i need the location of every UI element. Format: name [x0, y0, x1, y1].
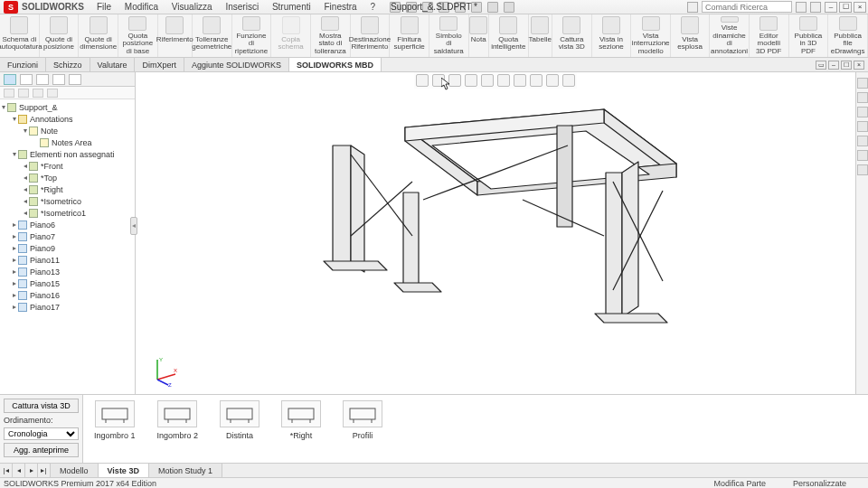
menu-file[interactable]: File	[97, 2, 111, 12]
view-palette-icon[interactable]	[857, 136, 868, 146]
options-icon[interactable]	[504, 2, 514, 13]
tree-unassigned[interactable]: ▾Elementi non assegnati	[0, 148, 135, 160]
mdi-minimize-icon[interactable]: –	[828, 61, 839, 70]
tree-orient-0[interactable]: ◂*Front	[0, 160, 135, 172]
ribbon-cmd-9[interactable]: Destinazione Riferimento	[351, 14, 391, 57]
ribbon-cmd-4[interactable]: Riferimento	[158, 14, 193, 57]
tab-nav-first[interactable]: |◂	[0, 464, 13, 477]
tree-note[interactable]: ▾Note	[0, 125, 135, 136]
ribbon-cmd-19[interactable]: Viste dinamiche di annotazioni	[710, 14, 750, 57]
prev-view-icon[interactable]	[448, 74, 461, 87]
tree-plane-7[interactable]: ▸Piano17	[0, 301, 135, 313]
view-thumb-1[interactable]: Ingombro 2	[157, 400, 199, 440]
search-input[interactable]	[702, 1, 792, 13]
maximize-button[interactable]: ☐	[839, 2, 852, 13]
search-go-icon[interactable]	[796, 2, 807, 13]
help-icon[interactable]	[810, 2, 821, 13]
appearances-icon[interactable]	[857, 150, 868, 161]
fm-arrow-icon[interactable]	[33, 89, 43, 98]
ribbon-cmd-8[interactable]: Mostra stato di tolleranza	[311, 14, 351, 57]
ribbon-cmd-5[interactable]: Tolleranze geometriche	[193, 14, 232, 57]
tree-plane-6[interactable]: ▸Piano16	[0, 289, 135, 301]
ribbon-cmd-0[interactable]: Schema di autoquotatura	[0, 14, 40, 57]
section-view-icon[interactable]	[465, 74, 477, 87]
tree-plane-5[interactable]: ▸Piano15	[0, 277, 135, 289]
tab-nav-last[interactable]: ▸|	[38, 464, 51, 477]
tree-plane-3[interactable]: ▸Piano11	[0, 254, 135, 266]
mdi-restore-icon[interactable]: ☐	[841, 61, 852, 70]
update-previews-button[interactable]: Agg. anteprime	[4, 443, 79, 457]
ribbon-cmd-3[interactable]: Quota posizione di base	[118, 14, 158, 57]
menu-tools[interactable]: Strumenti	[272, 2, 311, 12]
graphics-viewport[interactable]: Y X Z	[136, 72, 855, 394]
ribbon-cmd-2[interactable]: Quote di dimensione	[79, 14, 118, 57]
ribbon-cmd-1[interactable]: Quote di posizione	[40, 14, 80, 57]
tree-plane-1[interactable]: ▸Piano7	[0, 230, 135, 242]
ribbon-cmd-22[interactable]: Pubblica file eDrawings	[828, 14, 868, 57]
scene-icon[interactable]	[546, 74, 559, 87]
ribbon-tab-dimxpert[interactable]: DimXpert	[135, 58, 184, 71]
zoom-fit-icon[interactable]	[416, 74, 429, 87]
fm-tab-dimxpert-icon[interactable]	[52, 74, 65, 85]
orientation-triad[interactable]: Y X Z	[152, 356, 181, 385]
ribbon-cmd-16[interactable]: Vista in sezione	[592, 14, 632, 57]
tree-orient-2[interactable]: ◂*Right	[0, 183, 135, 195]
library-icon[interactable]	[857, 107, 868, 117]
mdi-close-icon[interactable]: ×	[854, 61, 864, 70]
ribbon-cmd-21[interactable]: Pubblica in 3D PDF	[789, 14, 829, 57]
tree-plane-0[interactable]: ▸Piano6	[0, 219, 135, 230]
ribbon-cmd-10[interactable]: Finitura superficie	[390, 14, 429, 57]
capture-3d-view-button[interactable]: Cattura vista 3D	[4, 399, 79, 413]
ribbon-cmd-17[interactable]: Vista interruzione modello	[631, 14, 671, 57]
close-button[interactable]: ×	[854, 2, 866, 13]
ribbon-cmd-15[interactable]: Cattura vista 3D	[552, 14, 592, 57]
view-thumb-4[interactable]: Profili	[343, 400, 382, 440]
collapse-ribbon-icon[interactable]: ▭	[816, 61, 826, 70]
menu-insert[interactable]: Inserisci	[225, 2, 259, 12]
view-settings-icon[interactable]	[562, 74, 575, 87]
ribbon-tab-funzioni[interactable]: Funzioni	[0, 58, 46, 71]
ribbon-tab-valutare[interactable]: Valutare	[90, 58, 136, 71]
display-style-icon[interactable]	[497, 74, 510, 87]
minimize-button[interactable]: –	[825, 2, 837, 13]
tab-nav-next[interactable]: ▸	[25, 464, 38, 477]
appearance-icon[interactable]	[530, 74, 542, 87]
ribbon-cmd-12[interactable]: Nota	[469, 14, 489, 57]
view-thumb-3[interactable]: *Right	[281, 400, 321, 440]
menu-help[interactable]: ?	[370, 2, 375, 12]
ribbon-cmd-6[interactable]: Funzione di ripetizione	[232, 14, 272, 57]
tree-orient-3[interactable]: ◂*Isometrico	[0, 195, 135, 207]
fm-tab-config-icon[interactable]	[36, 74, 49, 85]
menu-edit[interactable]: Modifica	[125, 2, 158, 12]
ribbon-tab-schizzo[interactable]: Schizzo	[46, 58, 90, 71]
rebuild-icon[interactable]	[487, 2, 498, 13]
ribbon-tab-solidworks-mbd[interactable]: SOLIDWORKS MBD	[289, 58, 382, 71]
fm-eye-icon[interactable]	[18, 89, 29, 98]
status-custom[interactable]: Personalizzate	[793, 479, 846, 488]
tree-orient-4[interactable]: ◂*Isometrico1	[0, 207, 135, 219]
view-orient-icon[interactable]	[481, 74, 494, 87]
tree-annotations[interactable]: ▾Annotations	[0, 113, 135, 125]
fm-tab-display-icon[interactable]	[69, 74, 81, 85]
resources-icon[interactable]	[857, 92, 868, 103]
sort-select[interactable]: Cronologia	[4, 427, 79, 440]
properties-icon[interactable]	[857, 164, 868, 175]
view-thumb-0[interactable]: Ingombro 1	[94, 400, 136, 440]
hide-show-icon[interactable]	[514, 74, 526, 87]
ribbon-cmd-14[interactable]: Tabelle	[529, 14, 552, 57]
ribbon-cmd-11[interactable]: Simbolo di saldatura	[429, 14, 469, 57]
view-tab-modello[interactable]: Modello	[51, 464, 99, 477]
ribbon-cmd-18[interactable]: Vista esplosa	[671, 14, 710, 57]
menu-view[interactable]: Visualizza	[172, 2, 212, 12]
tree-notes-area[interactable]: Notes Area	[0, 136, 135, 148]
ribbon-cmd-13[interactable]: Quota intelligente	[489, 14, 529, 57]
fm-settings-icon[interactable]	[47, 89, 58, 98]
view-thumb-2[interactable]: Distinta	[220, 400, 259, 440]
tree-plane-2[interactable]: ▸Piano9	[0, 242, 135, 254]
ribbon-cmd-20[interactable]: Editor modelli 3D PDF	[750, 14, 789, 57]
explorer-icon[interactable]	[857, 121, 868, 132]
tree-plane-4[interactable]: ▸Piano13	[0, 266, 135, 277]
home-icon[interactable]	[857, 78, 868, 89]
tree-orient-1[interactable]: ◂*Top	[0, 172, 135, 183]
menu-window[interactable]: Finestra	[325, 2, 357, 12]
